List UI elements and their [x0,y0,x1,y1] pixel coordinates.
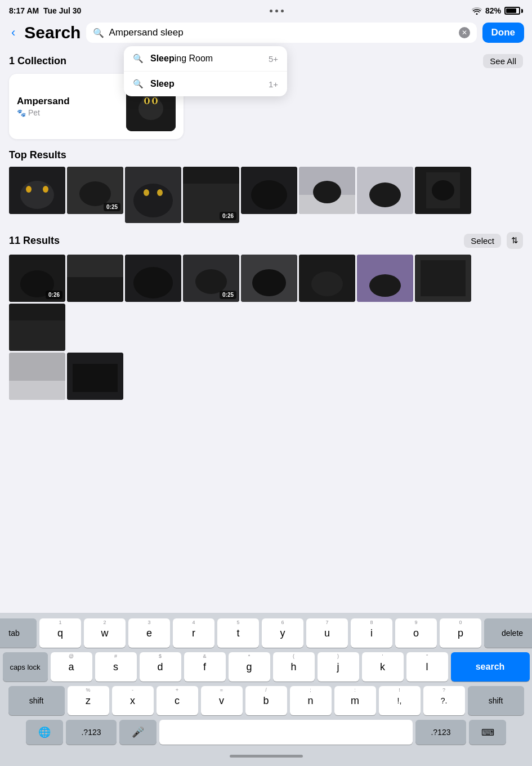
key-delete[interactable]: delete [484,618,532,648]
key-x[interactable]: -x [112,686,154,715]
autocomplete-item-sleep[interactable]: 🔍 Sleep 1+ [124,72,287,96]
key-i[interactable]: 8i [351,618,392,648]
svg-point-12 [43,186,48,193]
svg-point-23 [251,180,287,210]
key-n[interactable]: ;n [290,686,332,715]
collection-sub: 🐾 Pet [17,108,119,117]
top-result-photo-6[interactable] [299,167,355,214]
key-keyboard-dismiss[interactable]: ⌨ [469,720,506,745]
autocomplete-search-icon-1: 🔍 [133,54,144,64]
search-input[interactable] [109,27,454,38]
svg-point-45 [369,274,401,297]
svg-point-17 [133,184,173,217]
key-r[interactable]: 4r [173,618,214,648]
keyboard-row-4: 🌐 .?123 🎤 .?123 ⌨ [2,720,530,745]
key-z[interactable]: %z [68,686,109,715]
svg-point-8 [154,98,156,104]
header: ‹ Search 🔍 ✕ Done [0,20,532,47]
key-l[interactable]: "l [406,652,448,682]
select-button[interactable]: Select [464,234,501,248]
status-bar: 8:17 AM Tue Jul 30 82% [0,0,532,20]
results-title: 11 Results [9,235,60,247]
video-duration-badge: 0:25 [104,203,120,211]
key-o[interactable]: 9o [395,618,437,648]
autocomplete-item-sleeping-room[interactable]: 🔍 Sleeping Room 5+ [124,46,287,72]
result-photo-4[interactable]: 0:25 [183,255,239,302]
back-button[interactable]: ‹ [8,23,19,42]
status-indicators: 82% [472,6,523,15]
key-v[interactable]: =v [201,686,243,715]
key-y[interactable]: 6y [262,618,303,648]
status-time-date: 8:17 AM Tue Jul 30 [9,6,81,15]
key-capslock[interactable]: caps lock [3,652,48,682]
key-t[interactable]: 5t [217,618,259,648]
key-microphone[interactable]: 🎤 [119,720,157,745]
svg-point-43 [311,271,343,296]
top-result-photo-8[interactable] [415,167,471,214]
sort-button[interactable]: ⇅ [507,232,523,249]
key-h[interactable]: (h [273,652,315,682]
key-tab[interactable]: tab [0,618,37,648]
top-results-grid: 0:25 0:26 [9,167,523,223]
key-shift-right[interactable]: shift [468,686,524,715]
top-result-photo-5[interactable] [241,167,297,214]
key-c[interactable]: +c [157,686,198,715]
top-result-photo-2[interactable]: 0:25 [67,167,123,214]
key-numbers-right[interactable]: .?123 [415,720,466,745]
done-button[interactable]: Done [482,23,525,43]
key-m[interactable]: :m [334,686,376,715]
key-k[interactable]: 'k [362,652,404,682]
video-duration-badge-2: 0:26 [220,212,236,220]
key-globe[interactable]: 🌐 [26,720,63,745]
svg-point-18 [144,189,149,196]
collection-section-title: 1 Collection [9,55,66,67]
svg-rect-47 [421,260,466,296]
key-w[interactable]: 2w [84,618,126,648]
result-photo-3[interactable] [125,255,181,302]
key-d[interactable]: $d [140,652,181,682]
top-result-photo-1[interactable] [9,167,65,214]
result-photo-7[interactable] [357,255,413,302]
main-content: 1 Collection See All Ampersand 🐾 Pet [0,54,532,400]
keyboard-row-3: shift %z -x +c =v /b ;n :m !!, ??. shift [2,686,530,715]
key-j[interactable]: )j [318,652,359,682]
top-result-photo-7[interactable] [357,167,413,214]
battery-icon [504,7,523,15]
top-result-photo-3[interactable] [125,167,181,223]
svg-point-41 [252,269,286,296]
key-p[interactable]: 0p [440,618,481,648]
page-title: Search [24,23,81,42]
key-q[interactable]: 1q [39,618,81,648]
key-period[interactable]: ??. [423,686,465,715]
result-photo-2[interactable] [67,255,123,302]
key-space[interactable] [159,720,413,745]
result-photo-8[interactable] [415,255,471,302]
key-numbers[interactable]: .?123 [66,720,117,745]
keyboard: tab 1q 2w 3e 4r 5t 6y 7u 8i 9o 0p [0,613,532,766]
key-s[interactable]: #s [95,652,137,682]
result-photo-1[interactable]: 0:26 [9,255,65,302]
result-photo-9[interactable] [9,304,65,351]
bottom-bar [2,749,530,763]
result-photo-10[interactable] [9,353,65,400]
see-all-button[interactable]: See All [483,54,523,68]
key-search[interactable]: search [451,652,530,682]
svg-point-7 [146,98,148,104]
key-comma[interactable]: !!, [379,686,421,715]
svg-point-37 [133,267,173,299]
wifi-icon [472,7,482,15]
result-photo-11[interactable] [67,353,123,400]
search-clear-button[interactable]: ✕ [459,27,470,38]
result-photo-6[interactable] [299,255,355,302]
svg-rect-51 [9,381,65,400]
top-result-photo-4[interactable]: 0:26 [183,167,239,223]
key-shift-left[interactable]: shift [8,686,65,715]
key-g[interactable]: *g [229,652,270,682]
key-b[interactable]: /b [245,686,287,715]
key-e[interactable]: 3e [128,618,170,648]
result-photo-5[interactable] [241,255,297,302]
svg-rect-49 [9,320,65,351]
key-u[interactable]: 7u [306,618,348,648]
key-a[interactable]: @a [51,652,92,682]
key-f[interactable]: &f [184,652,226,682]
